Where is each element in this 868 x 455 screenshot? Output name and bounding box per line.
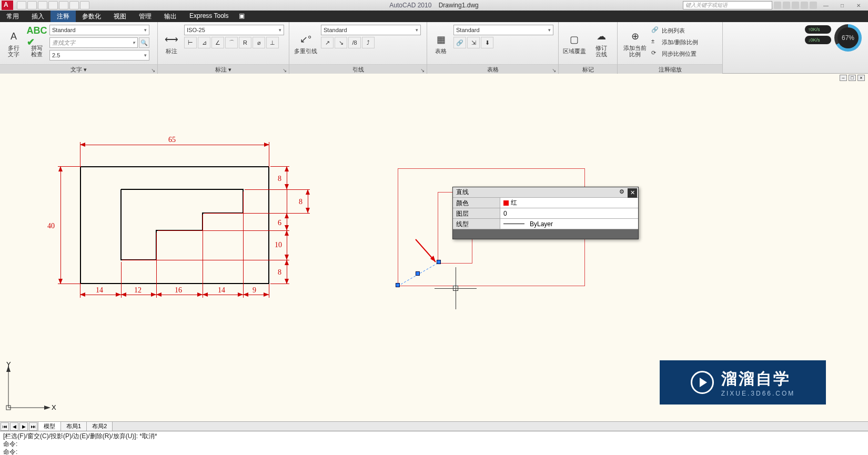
doc-min-button[interactable]: – bbox=[840, 75, 847, 81]
table-extract-icon[interactable]: ⇲ bbox=[467, 37, 480, 48]
revcloud-icon: ☁ bbox=[594, 29, 609, 44]
table-button[interactable]: ▦ 表格 bbox=[430, 24, 451, 62]
add-delete-scale-button[interactable]: ±添加/删除比例 bbox=[651, 37, 701, 47]
window-maximize-button[interactable]: □ bbox=[835, 1, 850, 9]
dim-diameter-icon[interactable]: ⌀ bbox=[253, 37, 265, 48]
leader-align-icon[interactable]: /8 bbox=[348, 37, 361, 48]
dim-40-text: 40 bbox=[47, 222, 55, 230]
tab-nav-first-icon[interactable]: ⏮ bbox=[1, 422, 9, 431]
text-height-dropdown[interactable]: 2.5 bbox=[49, 50, 149, 60]
dimension-button[interactable]: ⟷ 标注 bbox=[161, 24, 182, 62]
window-minimize-button[interactable]: — bbox=[819, 1, 833, 9]
dim-40-arrow-b bbox=[58, 279, 63, 284]
panel-title-text[interactable]: 文字 ▾↘ bbox=[0, 64, 157, 74]
exchange-icon[interactable] bbox=[792, 2, 799, 9]
qat-redo-icon[interactable] bbox=[59, 1, 68, 9]
grip-mid[interactable] bbox=[416, 271, 420, 276]
qat-dropdown-icon[interactable] bbox=[80, 1, 89, 9]
qat-open-icon[interactable] bbox=[27, 1, 37, 9]
scale-list-button[interactable]: 🔗比例列表 bbox=[651, 25, 701, 36]
dim-r8c-text: 8 bbox=[278, 268, 281, 277]
dim-angular-icon[interactable]: ∠ bbox=[211, 37, 224, 48]
spellcheck-button[interactable]: ABC✔ 拼写 检查 bbox=[26, 24, 47, 62]
mtext-button[interactable]: A 多行 文字 bbox=[3, 24, 24, 62]
dim-linear-icon[interactable]: ⊢ bbox=[184, 37, 197, 48]
doc-close-button[interactable]: × bbox=[857, 75, 865, 81]
leader-style-dropdown[interactable]: Standard bbox=[321, 25, 421, 35]
favorite-icon[interactable] bbox=[801, 2, 808, 9]
find-text-input[interactable]: 查找文字 bbox=[49, 37, 138, 48]
leader-remove-icon[interactable]: ↘ bbox=[335, 37, 347, 48]
dim-b16-text: 16 bbox=[175, 286, 182, 295]
text-style-dropdown[interactable]: Standard bbox=[49, 25, 149, 35]
tab-manage[interactable]: 管理 bbox=[133, 11, 158, 22]
tab-expand-icon[interactable]: ▣ bbox=[235, 11, 249, 22]
tab-model[interactable]: 模型 bbox=[38, 421, 61, 431]
leader-add-icon[interactable]: ↗ bbox=[321, 37, 334, 48]
find-button-icon[interactable]: 🔍 bbox=[139, 37, 149, 48]
grip-end[interactable] bbox=[437, 260, 441, 264]
panel-title-table[interactable]: 表格↘ bbox=[427, 64, 558, 74]
table-style-dropdown[interactable]: Standard bbox=[453, 25, 553, 35]
dim-b-arr1 bbox=[116, 292, 121, 297]
tab-output[interactable]: 输出 bbox=[158, 11, 183, 22]
tab-express[interactable]: Express Tools bbox=[183, 11, 235, 22]
dim-arc-icon[interactable]: ⌒ bbox=[225, 37, 238, 48]
help-icon[interactable] bbox=[810, 2, 817, 9]
help-search-input[interactable]: 键入关键字或短语 bbox=[683, 1, 772, 9]
tab-insert[interactable]: 插入 bbox=[25, 11, 51, 22]
qp-value-color[interactable]: 红 bbox=[500, 198, 638, 208]
wipeout-button[interactable]: ▢ 区域覆盖 bbox=[562, 24, 587, 62]
tab-home[interactable]: 常用 bbox=[0, 11, 25, 22]
title-bar: AutoCAD 2010 Drawing1.dwg 键入关键字或短语 — □ ✕ bbox=[0, 0, 868, 11]
qp-value-linetype[interactable]: ByLayer bbox=[500, 219, 638, 229]
tab-layout2[interactable]: 布局2 bbox=[86, 421, 113, 431]
window-close-button[interactable]: ✕ bbox=[851, 1, 866, 9]
watermark-brand: 溜溜自学 bbox=[721, 368, 795, 390]
dim-aligned-icon[interactable]: ⊿ bbox=[198, 37, 210, 48]
file-name: Drawing1.dwg bbox=[439, 2, 479, 9]
qp-label-linetype: 线型 bbox=[453, 219, 500, 229]
infocenter-icon[interactable] bbox=[774, 2, 781, 9]
doc-restore-button[interactable]: □ bbox=[849, 75, 856, 81]
grip-start[interactable] bbox=[396, 283, 400, 287]
subscription-icon[interactable] bbox=[783, 2, 790, 9]
mleader-button[interactable]: ↙° 多重引线 bbox=[292, 24, 319, 62]
tab-parametric[interactable]: 参数化 bbox=[76, 11, 107, 22]
tab-nav-last-icon[interactable]: ⏭ bbox=[29, 422, 37, 431]
dim-b9-text: 9 bbox=[253, 286, 256, 295]
table-link-icon[interactable]: 🔗 bbox=[453, 37, 466, 48]
dim-b-arr5 bbox=[197, 292, 203, 297]
app-logo-icon[interactable] bbox=[2, 1, 13, 10]
tab-annotate[interactable]: 注释 bbox=[51, 11, 76, 22]
qp-value-layer[interactable]: 0 bbox=[500, 208, 638, 218]
addscale-button[interactable]: ⊕ 添加当前比例 bbox=[621, 24, 649, 62]
tab-nav-prev-icon[interactable]: ◀ bbox=[10, 422, 18, 431]
dim-b-arr3 bbox=[151, 292, 156, 297]
quick-properties-panel[interactable]: 直线 ▾ 颜色 红 图层 0 线型 ByLayer ⚙ ✕ bbox=[452, 187, 639, 239]
revcloud-button[interactable]: ☁ 修订 云线 bbox=[589, 24, 614, 62]
pickbox bbox=[453, 286, 458, 291]
ribbon-tabs: 常用 插入 注释 参数化 视图 管理 输出 Express Tools ▣ bbox=[0, 11, 868, 22]
panel-title-dimension[interactable]: 标注 ▾↘ bbox=[158, 64, 289, 74]
dim-r-au1 bbox=[306, 189, 310, 195]
dim-style-dropdown[interactable]: ISO-25 bbox=[184, 25, 284, 35]
panel-title-leader[interactable]: 引线↘ bbox=[289, 64, 427, 74]
qat-new-icon[interactable] bbox=[17, 1, 26, 9]
leader-collect-icon[interactable]: ⤴ bbox=[362, 37, 375, 48]
qp-options-button[interactable]: ⚙ bbox=[617, 188, 627, 198]
qat-print-icon[interactable] bbox=[69, 1, 79, 9]
tab-layout1[interactable]: 布局1 bbox=[60, 421, 87, 431]
tab-view[interactable]: 视图 bbox=[107, 11, 133, 22]
table-download-icon[interactable]: ⬇ bbox=[481, 37, 493, 48]
qat-save-icon[interactable] bbox=[38, 1, 47, 9]
dim-ordinate-icon[interactable]: ⊥ bbox=[266, 37, 279, 48]
qp-close-button[interactable]: ✕ bbox=[628, 188, 637, 198]
sync-scale-button[interactable]: ⟳同步比例位置 bbox=[651, 48, 701, 59]
command-line[interactable]: [栏选(F)/窗交(C)/投影(P)/边(E)/删除(R)/放弃(U)]: *取… bbox=[0, 431, 868, 455]
drawing-canvas[interactable]: – □ × 65 40 14 12 16 14 9 bbox=[0, 74, 868, 421]
dim-radius-icon[interactable]: R bbox=[239, 37, 251, 48]
watermark-url: ZIXUE.3D66.COM bbox=[721, 390, 795, 397]
qat-undo-icon[interactable] bbox=[48, 1, 58, 9]
tab-nav-next-icon[interactable]: ▶ bbox=[19, 422, 28, 431]
